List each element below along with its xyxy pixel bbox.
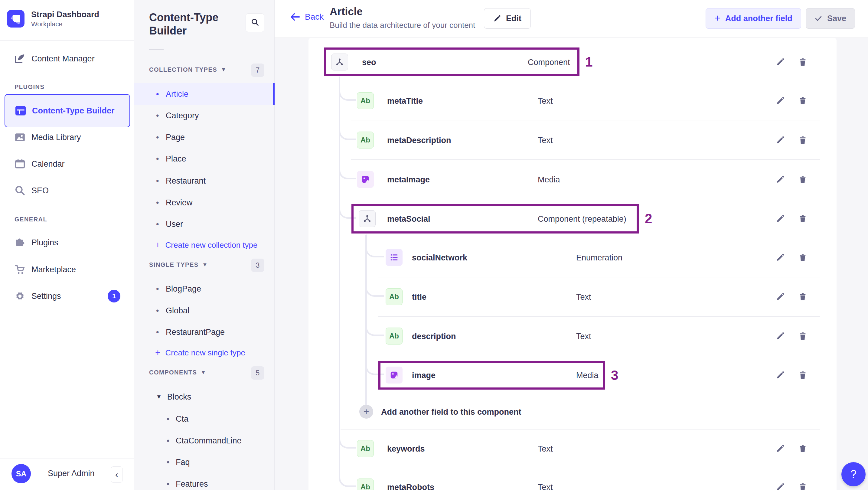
- delete-field-button[interactable]: [796, 251, 809, 264]
- delete-field-button[interactable]: [796, 173, 809, 186]
- trash-icon: [798, 214, 807, 223]
- delete-field-button[interactable]: [796, 55, 809, 69]
- sidebar-item-content-type-builder[interactable]: Content-Type Builder: [4, 94, 130, 127]
- edit-field-button[interactable]: [774, 290, 787, 303]
- field-type: Text: [538, 96, 553, 106]
- edit-field-button[interactable]: [774, 212, 787, 225]
- field-type: Text: [538, 136, 553, 145]
- row-divider: [351, 199, 820, 199]
- sidebar-item-global[interactable]: • Global: [134, 300, 275, 321]
- delete-field-button[interactable]: [796, 368, 809, 382]
- sidebar-item-place[interactable]: • Place: [134, 148, 275, 170]
- bullet-icon: •: [156, 90, 166, 99]
- pencil-icon: [776, 370, 785, 379]
- pencil-icon: [776, 175, 785, 184]
- sidebar-item-ctacommandline[interactable]: • CtaCommandLine: [134, 431, 275, 450]
- pencil-icon: [776, 332, 785, 341]
- delete-field-button[interactable]: [796, 290, 809, 303]
- sidebar-item-media-library[interactable]: Media Library: [0, 126, 134, 148]
- create-collection-type-link[interactable]: + Create new collection type: [134, 235, 275, 255]
- sidebar-item-faq[interactable]: • Faq: [134, 453, 275, 472]
- delete-field-button[interactable]: [796, 94, 809, 108]
- brand-header: Strapi Dashboard Workplace: [0, 0, 134, 40]
- single-types-header[interactable]: SINGLE TYPES ▼: [149, 261, 208, 268]
- collection-types-header[interactable]: COLLECTION TYPES ▼: [149, 66, 226, 73]
- sidebar-divider: [149, 49, 164, 50]
- sidebar-item-review[interactable]: • Review: [134, 192, 275, 214]
- general-section-label: GENERAL: [14, 216, 47, 223]
- edit-field-button[interactable]: [774, 133, 787, 147]
- field-name: metaRobots: [387, 483, 434, 490]
- edit-field-button[interactable]: [774, 442, 787, 455]
- field-name: metaImage: [387, 175, 430, 184]
- sidebar-item-article[interactable]: • Article: [134, 83, 275, 105]
- trash-icon: [798, 135, 807, 145]
- save-button[interactable]: Save: [806, 8, 855, 29]
- trash-icon: [798, 253, 807, 262]
- row-divider: [341, 468, 820, 468]
- delete-field-button[interactable]: [796, 442, 809, 455]
- avatar[interactable]: SA: [11, 464, 31, 483]
- ctb-sidebar: Content-Type Builder COLLECTION TYPES ▼ …: [134, 0, 275, 490]
- search-button[interactable]: [246, 13, 264, 32]
- field-type: Text: [576, 293, 591, 302]
- edit-field-button[interactable]: [774, 94, 787, 108]
- field-type: Media: [538, 175, 560, 184]
- sidebar-item-user[interactable]: • User: [134, 213, 275, 235]
- edit-field-button[interactable]: [774, 368, 787, 382]
- sidebar-item-page[interactable]: • Page: [134, 126, 275, 148]
- create-single-type-link[interactable]: + Create new single type: [134, 343, 275, 362]
- field-name: description: [412, 332, 456, 341]
- edit-field-button[interactable]: [774, 329, 787, 343]
- delete-field-button[interactable]: [796, 212, 809, 225]
- main-sidebar: Strapi Dashboard Workplace Content Manag…: [0, 0, 134, 490]
- help-button[interactable]: ?: [841, 462, 866, 486]
- delete-field-button[interactable]: [796, 480, 809, 490]
- sidebar-collapse-button[interactable]: ‹: [111, 466, 123, 483]
- add-component-field-button[interactable]: +: [359, 405, 373, 419]
- trash-icon: [798, 483, 807, 490]
- delete-field-button[interactable]: [796, 329, 809, 343]
- sidebar-item-category[interactable]: • Category: [134, 105, 275, 126]
- sidebar-item-plugins[interactable]: Plugins: [0, 232, 134, 253]
- tree-branch: [339, 161, 356, 179]
- edit-button[interactable]: Edit: [484, 8, 531, 29]
- sidebar-item-restaurantpage[interactable]: • RestaurantPage: [134, 321, 275, 343]
- sidebar-item-seo[interactable]: SEO: [0, 180, 134, 202]
- sidebar-item-blogpage[interactable]: • BlogPage: [134, 278, 275, 300]
- bullet-icon: •: [167, 480, 176, 489]
- sidebar-item-marketplace[interactable]: Marketplace: [0, 258, 134, 280]
- chevron-down-icon: ▼: [221, 66, 226, 73]
- sidebar-item-calendar[interactable]: Calendar: [0, 153, 134, 175]
- add-component-field-label[interactable]: Add another field to this component: [381, 407, 521, 417]
- row-divider: [324, 42, 820, 42]
- components-header[interactable]: COMPONENTS ▼: [149, 369, 207, 376]
- plus-icon: +: [714, 12, 720, 24]
- chevron-down-icon: ▼: [200, 369, 206, 376]
- plus-icon: +: [155, 347, 161, 358]
- sidebar-item-cta[interactable]: • Cta: [134, 409, 275, 429]
- edit-field-button[interactable]: [774, 173, 787, 186]
- pencil-icon: [776, 483, 785, 490]
- add-another-field-button[interactable]: + Add another field: [706, 8, 801, 29]
- gear-icon: [14, 290, 26, 302]
- field-type: Text: [576, 332, 591, 341]
- pencil-icon: [776, 135, 785, 145]
- bullet-icon: •: [167, 436, 176, 446]
- sidebar-item-restaurant[interactable]: • Restaurant: [134, 170, 275, 192]
- edit-field-button[interactable]: [774, 55, 787, 69]
- delete-field-button[interactable]: [796, 133, 809, 147]
- sidebar-item-content-manager[interactable]: Content Manager: [0, 48, 134, 69]
- component-group-blocks[interactable]: ▼ Blocks: [134, 387, 275, 406]
- edit-field-button[interactable]: [774, 251, 787, 264]
- sidebar-item-features[interactable]: • Features: [134, 474, 275, 490]
- trash-icon: [798, 444, 807, 453]
- edit-field-button[interactable]: [774, 480, 787, 490]
- tree-branch: [365, 279, 384, 297]
- tree-branch: [365, 318, 384, 336]
- bullet-icon: •: [156, 198, 166, 208]
- chevron-down-icon: ▼: [202, 262, 208, 268]
- back-link[interactable]: Back: [290, 12, 323, 22]
- pencil-icon: [493, 14, 501, 22]
- trash-icon: [798, 58, 807, 66]
